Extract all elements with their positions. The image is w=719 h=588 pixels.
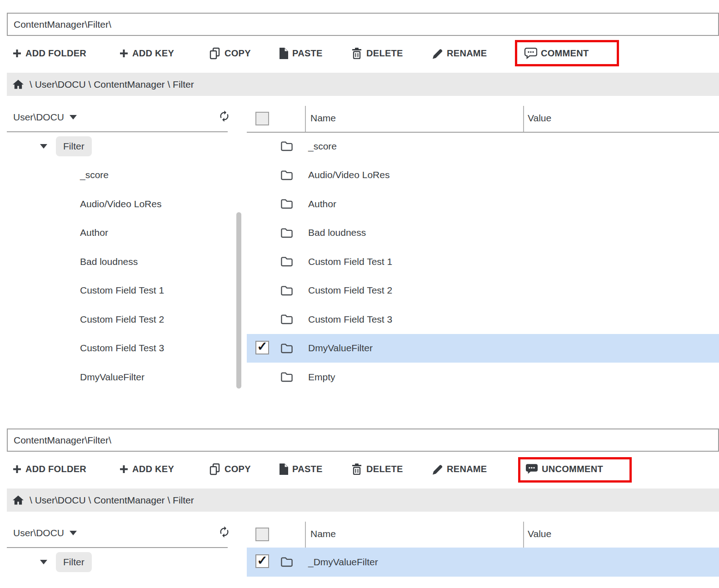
tree-node-label[interactable]: Audio/Video LoRes: [80, 199, 161, 209]
table-row[interactable]: Custom Field Test 1: [247, 247, 719, 276]
tree-node[interactable]: Custom Field Test 3: [0, 334, 227, 363]
tree-node[interactable]: Bad loudness: [0, 247, 227, 276]
breadcrumb-path: \ User\DOCU \ ContentManager \ Filter: [30, 79, 194, 90]
column-divider: [523, 106, 524, 132]
home-icon: [12, 495, 24, 506]
table-body: _DmyValueFilter: [247, 548, 719, 577]
tree-node-label[interactable]: Custom Field Test 2: [80, 314, 164, 325]
paste-button[interactable]: PASTE: [278, 42, 323, 65]
tree-node-filter[interactable]: Filter: [0, 132, 227, 161]
tree-node-filter[interactable]: Filter: [0, 548, 227, 577]
paste-label: PASTE: [292, 48, 323, 59]
plus-icon: [12, 49, 22, 58]
breadcrumb[interactable]: \ User\DOCU \ ContentManager \ Filter: [7, 73, 719, 96]
table-row[interactable]: Empty: [247, 363, 719, 392]
paste-icon: [278, 463, 289, 475]
table-row[interactable]: Custom Field Test 3: [247, 305, 719, 334]
tree-node[interactable]: _score: [0, 161, 227, 190]
folder-icon: [280, 140, 293, 151]
column-divider: [305, 106, 306, 132]
row-name: Custom Field Test 2: [308, 285, 392, 296]
rename-button[interactable]: RENAME: [432, 458, 487, 480]
paste-label: PASTE: [292, 464, 323, 474]
column-divider: [305, 522, 306, 548]
column-header-value[interactable]: Value: [528, 528, 551, 539]
select-all-checkbox[interactable]: [255, 528, 269, 541]
tree-node-selected-label[interactable]: Filter: [56, 552, 92, 572]
column-header-value[interactable]: Value: [528, 113, 551, 124]
tree-node-label[interactable]: Bad loudness: [80, 256, 138, 267]
add-folder-button[interactable]: ADD FOLDER: [12, 458, 86, 480]
table-row-selected[interactable]: _DmyValueFilter: [247, 548, 719, 577]
refresh-button[interactable]: [217, 526, 231, 539]
tree-node-label[interactable]: Author: [80, 227, 108, 238]
folder-icon: [280, 285, 293, 296]
table-row[interactable]: Bad loudness: [247, 219, 719, 248]
trash-icon: [351, 463, 363, 475]
tree-node-label[interactable]: Custom Field Test 1: [80, 285, 164, 296]
copy-icon: [209, 47, 221, 60]
tree-node-label[interactable]: _score: [80, 169, 109, 180]
add-key-label: ADD KEY: [132, 48, 174, 59]
select-all-checkbox[interactable]: [255, 112, 269, 125]
tree-node-label[interactable]: Custom Field Test 3: [80, 343, 164, 354]
folder-icon: [280, 556, 293, 567]
folder-icon: [280, 314, 293, 324]
tree-root-label: User\DOCU: [13, 112, 64, 123]
row-checkbox-checked[interactable]: [255, 341, 269, 354]
tree-root-label: User\DOCU: [13, 528, 64, 538]
rename-button[interactable]: RENAME: [432, 42, 487, 65]
tree: Filter: [0, 548, 227, 577]
copy-button[interactable]: COPY: [209, 42, 251, 65]
tree-root-dropdown[interactable]: User\DOCU: [13, 524, 77, 542]
row-name: Author: [308, 199, 336, 209]
red-highlight-box: [518, 457, 632, 483]
tree-node-selected-label[interactable]: Filter: [56, 136, 92, 156]
column-header-name[interactable]: Name: [310, 113, 336, 124]
plus-icon: [12, 464, 22, 474]
column-header-name[interactable]: Name: [310, 528, 336, 539]
table-row[interactable]: Audio/Video LoRes: [247, 161, 719, 190]
path-input[interactable]: [7, 13, 719, 36]
breadcrumb[interactable]: \ User\DOCU \ ContentManager \ Filter: [7, 488, 719, 512]
chevron-down-icon[interactable]: [40, 144, 47, 149]
paste-icon: [278, 47, 289, 60]
copy-button[interactable]: COPY: [209, 458, 251, 480]
table-row[interactable]: _score: [247, 132, 719, 161]
tree-node[interactable]: Custom Field Test 2: [0, 305, 227, 334]
pencil-icon: [432, 463, 443, 475]
row-name: DmyValueFilter: [308, 343, 373, 354]
tree-node-label[interactable]: DmyValueFilter: [80, 372, 145, 383]
refresh-button[interactable]: [217, 110, 231, 124]
folder-icon: [280, 371, 293, 382]
tree-root-dropdown[interactable]: User\DOCU: [13, 108, 77, 126]
delete-button[interactable]: DELETE: [351, 458, 403, 480]
tree-node[interactable]: DmyValueFilter: [0, 363, 227, 392]
add-key-label: ADD KEY: [132, 464, 174, 474]
tree-node[interactable]: Author: [0, 219, 227, 248]
chevron-down-icon[interactable]: [40, 560, 47, 564]
folder-icon: [280, 198, 293, 209]
add-folder-button[interactable]: ADD FOLDER: [12, 42, 86, 65]
row-name: Audio/Video LoRes: [308, 169, 389, 180]
add-key-button[interactable]: ADD KEY: [119, 458, 174, 480]
folder-icon: [280, 169, 293, 180]
table-row[interactable]: Author: [247, 189, 719, 219]
tree-node[interactable]: Audio/Video LoRes: [0, 189, 227, 219]
tree-scrollbar[interactable]: [236, 212, 241, 389]
refresh-icon: [218, 526, 230, 538]
paste-button[interactable]: PASTE: [278, 458, 323, 480]
tree-node[interactable]: Custom Field Test 1: [0, 276, 227, 305]
folder-icon: [280, 256, 293, 267]
table-body: _score Audio/Video LoRes Author Bad loud…: [247, 132, 719, 392]
breadcrumb-path: \ User\DOCU \ ContentManager \ Filter: [30, 495, 194, 506]
path-input[interactable]: [7, 429, 719, 452]
row-checkbox-checked[interactable]: [255, 554, 269, 568]
table-row[interactable]: Custom Field Test 2: [247, 276, 719, 305]
table-row-selected[interactable]: DmyValueFilter: [247, 334, 719, 363]
folder-icon: [280, 343, 293, 354]
delete-button[interactable]: DELETE: [351, 42, 403, 65]
chevron-down-icon: [70, 115, 77, 120]
tree: Filter _score Audio/Video LoRes Author B…: [0, 132, 227, 392]
add-key-button[interactable]: ADD KEY: [119, 42, 174, 65]
